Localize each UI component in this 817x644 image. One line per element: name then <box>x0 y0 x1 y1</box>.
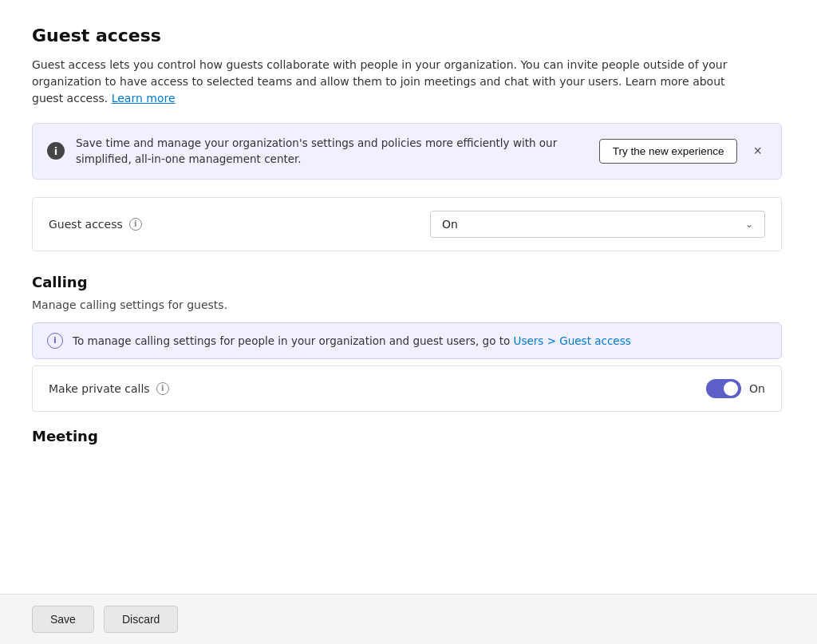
discard-button[interactable]: Discard <box>104 606 178 633</box>
save-button[interactable]: Save <box>32 606 94 633</box>
make-private-calls-row: Make private calls i On <box>32 365 782 412</box>
make-private-calls-info-icon[interactable]: i <box>156 382 169 395</box>
guest-access-dropdown-value: On <box>442 218 737 231</box>
calling-section: Calling Manage calling settings for gues… <box>32 274 785 412</box>
calling-info-icon: i <box>47 333 63 349</box>
guest-access-dropdown[interactable]: On ⌄ <box>430 211 765 238</box>
guest-access-info-icon[interactable]: i <box>129 218 142 231</box>
make-private-calls-toggle-control: On <box>706 379 765 398</box>
calling-info-static-text: To manage calling settings for people in… <box>73 334 510 347</box>
toggle-thumb <box>724 381 738 396</box>
make-private-calls-toggle[interactable] <box>706 379 741 398</box>
calling-section-title: Calling <box>32 274 785 290</box>
make-private-calls-label: Make private calls i <box>49 382 169 395</box>
make-private-calls-label-text: Make private calls <box>49 382 150 395</box>
chevron-down-icon: ⌄ <box>745 219 753 230</box>
guest-access-label: Guest access i <box>49 218 142 231</box>
make-private-calls-toggle-label: On <box>749 382 765 395</box>
calling-info-text: To manage calling settings for people in… <box>73 334 631 347</box>
try-new-experience-button[interactable]: Try the new experience <box>599 139 738 164</box>
calling-info-banner: i To manage calling settings for people … <box>32 322 782 359</box>
users-guest-access-link[interactable]: Users > Guest access <box>514 334 631 347</box>
meeting-section: Meeting <box>32 428 785 444</box>
info-banner-icon: i <box>47 142 65 160</box>
calling-section-subtitle: Manage calling settings for guests. <box>32 298 785 311</box>
page-title: Guest access <box>32 26 785 45</box>
info-banner: i Save time and manage your organization… <box>32 123 782 180</box>
info-banner-text: Save time and manage your organization's… <box>76 135 588 168</box>
footer-actions: Save Discard <box>0 594 817 644</box>
page-description: Guest access lets you control how guests… <box>32 57 750 107</box>
guest-access-label-text: Guest access <box>49 218 123 231</box>
meeting-section-title: Meeting <box>32 428 785 444</box>
toggle-track <box>706 379 741 398</box>
learn-more-link[interactable]: Learn more <box>112 92 176 105</box>
close-banner-button[interactable]: × <box>748 142 767 160</box>
guest-access-setting-row: Guest access i On ⌄ <box>32 197 782 251</box>
